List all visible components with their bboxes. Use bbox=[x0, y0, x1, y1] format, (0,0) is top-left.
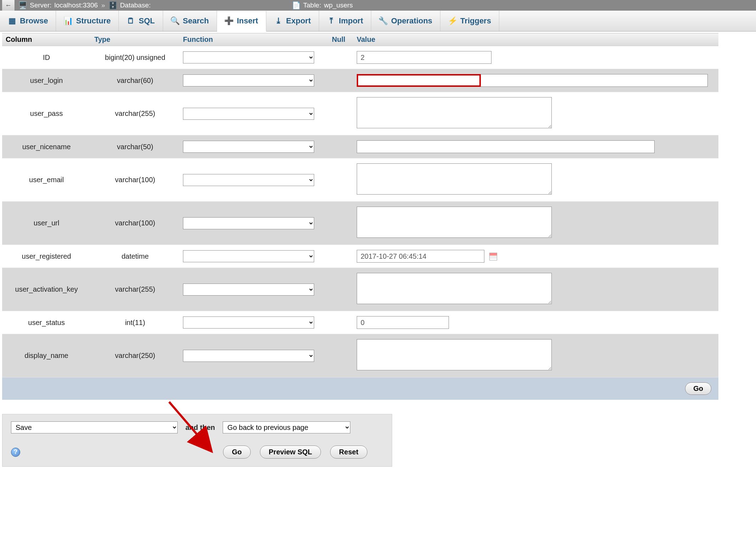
database-label: Database: bbox=[120, 1, 151, 9]
value-cell bbox=[353, 334, 718, 377]
value-input[interactable] bbox=[357, 51, 491, 64]
server-crumb[interactable]: 🖥️ Server: localhost:3306 bbox=[18, 1, 98, 10]
function-cell bbox=[179, 135, 328, 158]
preview-sql-button[interactable]: Preview SQL bbox=[260, 445, 321, 459]
structure-icon: 📊 bbox=[64, 17, 72, 25]
th-type: Type bbox=[91, 33, 179, 46]
function-select[interactable] bbox=[183, 250, 314, 262]
reset-button[interactable]: Reset bbox=[330, 445, 367, 459]
after-select[interactable]: Go back to previous page bbox=[223, 421, 350, 433]
tab-label: Search bbox=[183, 16, 209, 26]
insert-icon: ➕ bbox=[225, 17, 233, 25]
footer-panel: Save and then Go back to previous page ?… bbox=[2, 414, 392, 467]
table-row: user_statusint(11) bbox=[2, 311, 718, 334]
function-select[interactable] bbox=[183, 316, 314, 329]
database-icon: 🗄️ bbox=[109, 1, 117, 10]
breadcrumb: ← 🖥️ Server: localhost:3306 » 🗄️ Databas… bbox=[0, 0, 756, 11]
calendar-icon[interactable] bbox=[489, 253, 497, 260]
column-type: int(11) bbox=[91, 311, 179, 334]
browse-icon: ▦ bbox=[8, 17, 16, 25]
function-cell bbox=[179, 245, 328, 268]
function-select[interactable] bbox=[183, 284, 314, 296]
table-row: user_nicenamevarchar(50) bbox=[2, 135, 718, 158]
th-column: Column bbox=[2, 33, 91, 46]
value-cell bbox=[353, 92, 718, 135]
null-cell bbox=[328, 135, 353, 158]
footer-go-button[interactable]: Go bbox=[223, 445, 251, 459]
back-button[interactable]: ← bbox=[2, 0, 15, 11]
value-input[interactable] bbox=[357, 250, 484, 263]
value-textarea[interactable] bbox=[357, 97, 552, 128]
column-name: user_nicename bbox=[2, 135, 91, 158]
column-type: datetime bbox=[91, 245, 179, 268]
triggers-icon: ⚡ bbox=[448, 17, 457, 25]
database-crumb[interactable]: 🗄️ Database: bbox=[109, 1, 154, 10]
search-icon: 🔍 bbox=[171, 17, 179, 25]
function-cell bbox=[179, 158, 328, 202]
value-textarea[interactable] bbox=[357, 339, 552, 370]
value-textarea[interactable] bbox=[357, 207, 552, 238]
value-input[interactable] bbox=[357, 140, 655, 153]
go-bar: Go bbox=[2, 377, 718, 400]
function-select[interactable] bbox=[183, 74, 314, 86]
function-select[interactable] bbox=[183, 141, 314, 153]
function-select[interactable] bbox=[183, 350, 314, 362]
value-cell bbox=[353, 46, 718, 69]
column-type: varchar(250) bbox=[91, 334, 179, 377]
tab-operations[interactable]: 🔧Operations bbox=[371, 11, 440, 31]
column-type: varchar(255) bbox=[91, 92, 179, 135]
null-cell bbox=[328, 311, 353, 334]
tab-sql[interactable]: 🗒SQL bbox=[119, 11, 163, 31]
column-type: varchar(50) bbox=[91, 135, 179, 158]
help-icon[interactable]: ? bbox=[11, 448, 20, 457]
table-crumb[interactable]: 📄 Table: wp_users bbox=[292, 1, 353, 10]
function-cell bbox=[179, 311, 328, 334]
column-name: display_name bbox=[2, 334, 91, 377]
column-name: user_login bbox=[2, 69, 91, 92]
tab-label: Export bbox=[286, 16, 311, 26]
tab-insert[interactable]: ➕Insert bbox=[217, 11, 266, 32]
tab-browse[interactable]: ▦Browse bbox=[0, 11, 56, 31]
value-cell bbox=[353, 202, 718, 245]
function-cell bbox=[179, 202, 328, 245]
value-textarea[interactable] bbox=[357, 163, 552, 195]
th-value: Value bbox=[353, 33, 718, 46]
tab-search[interactable]: 🔍Search bbox=[163, 11, 217, 31]
tab-export[interactable]: ⤓Export bbox=[266, 11, 319, 31]
table-row: user_passvarchar(255) bbox=[2, 92, 718, 135]
null-cell bbox=[328, 69, 353, 92]
value-textarea[interactable] bbox=[357, 273, 552, 304]
null-cell bbox=[328, 158, 353, 202]
function-select[interactable] bbox=[183, 51, 314, 63]
sql-icon: 🗒 bbox=[127, 17, 135, 25]
column-type: varchar(255) bbox=[91, 268, 179, 311]
tab-bar: ▦Browse📊Structure🗒SQL🔍Search➕Insert⤓Expo… bbox=[0, 11, 756, 32]
server-icon: 🖥️ bbox=[18, 1, 27, 10]
tab-triggers[interactable]: ⚡Triggers bbox=[440, 11, 499, 31]
tab-import[interactable]: ⤒Import bbox=[319, 11, 371, 31]
export-icon: ⤓ bbox=[274, 17, 283, 25]
save-select[interactable]: Save bbox=[11, 421, 178, 433]
function-cell bbox=[179, 334, 328, 377]
table-row: IDbigint(20) unsigned bbox=[2, 46, 718, 69]
column-name: user_pass bbox=[2, 92, 91, 135]
column-name: user_url bbox=[2, 202, 91, 245]
function-select[interactable] bbox=[183, 174, 314, 186]
crumb-sep: » bbox=[101, 1, 105, 9]
table-row: user_activation_keyvarchar(255) bbox=[2, 268, 718, 311]
value-input[interactable] bbox=[357, 316, 449, 329]
insert-table: Column Type Function Null Value IDbigint… bbox=[2, 33, 718, 377]
value-cell bbox=[353, 245, 718, 268]
tab-label: Structure bbox=[76, 16, 111, 26]
tab-label: SQL bbox=[139, 16, 155, 26]
value-input[interactable] bbox=[357, 74, 481, 87]
function-select[interactable] bbox=[183, 108, 314, 120]
column-name: user_registered bbox=[2, 245, 91, 268]
function-cell bbox=[179, 268, 328, 311]
tab-structure[interactable]: 📊Structure bbox=[56, 11, 119, 31]
column-name: user_status bbox=[2, 311, 91, 334]
table-row: user_emailvarchar(100) bbox=[2, 158, 718, 202]
server-label: Server: bbox=[30, 1, 51, 9]
go-button[interactable]: Go bbox=[685, 382, 711, 395]
function-select[interactable] bbox=[183, 217, 314, 229]
